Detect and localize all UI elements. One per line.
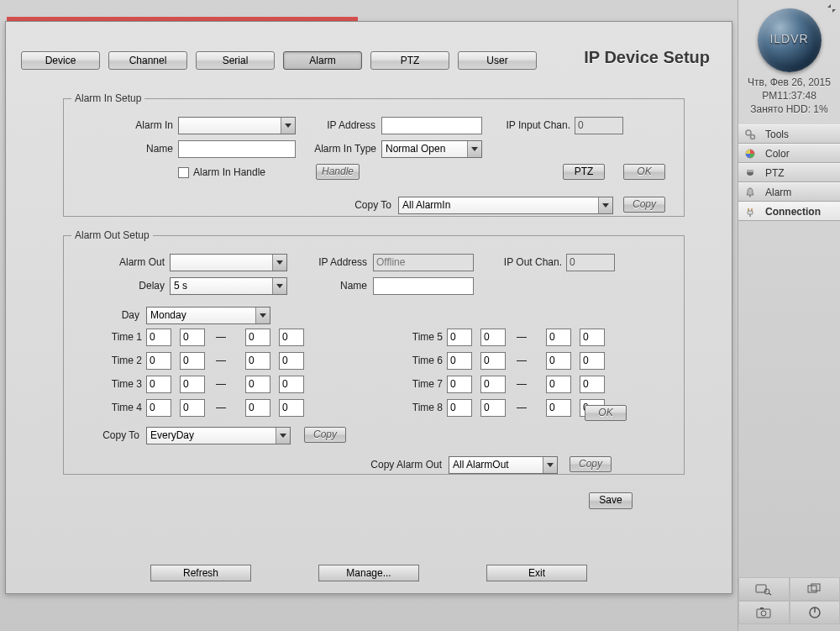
alarm-out-legend: Alarm Out Setup (71, 229, 153, 241)
alarm-in-legend: Alarm In Setup (71, 92, 144, 104)
btn-handle[interactable]: Handle (316, 164, 360, 180)
sidetab-connection[interactable]: Connection (738, 202, 840, 221)
sidetab-label: Alarm (765, 187, 791, 198)
inp-name-in[interactable] (178, 140, 296, 158)
btn-snapshot[interactable] (738, 601, 790, 624)
sel-alarm-in[interactable] (178, 117, 296, 134)
power-icon (808, 606, 822, 619)
lbl-ip-address-out: IP Address (304, 256, 367, 268)
chevron-down-icon (467, 141, 481, 157)
tab-alarm[interactable]: Alarm (283, 51, 362, 70)
chevron-down-icon (255, 308, 270, 323)
sel-alarm-in-type[interactable]: Normal Open (381, 140, 482, 158)
btn-search[interactable] (738, 577, 790, 601)
dash-icon: — (516, 355, 528, 366)
inp-time-1-3[interactable]: 0 (245, 329, 270, 346)
chevron-down-icon (272, 278, 286, 294)
lbl-name-in: Name (97, 143, 173, 155)
inp-time-2-1[interactable]: 0 (146, 352, 171, 370)
inp-time-5-1[interactable]: 0 (447, 329, 472, 346)
inp-time-6-3[interactable]: 0 (546, 352, 571, 370)
inp-time-1-2[interactable]: 0 (180, 329, 205, 346)
inp-time-7-1[interactable]: 0 (447, 376, 472, 393)
search-icon (755, 582, 772, 596)
inp-time-1-4[interactable]: 0 (279, 329, 304, 346)
tab-ptz[interactable]: PTZ (370, 51, 449, 70)
lbl-copy-to-in: Copy To (341, 199, 391, 211)
inp-ip-address-in[interactable] (381, 117, 482, 134)
inp-time-3-4[interactable]: 0 (279, 376, 304, 393)
inp-time-6-1[interactable]: 0 (447, 352, 472, 370)
btn-refresh[interactable]: Refresh (150, 565, 251, 581)
inp-time-6-2[interactable]: 0 (480, 352, 506, 370)
gears-icon (743, 128, 757, 141)
inp-name-out[interactable] (373, 277, 474, 295)
btn-exit[interactable]: Exit (486, 565, 587, 581)
btn-ptz-in[interactable]: PTZ (563, 164, 605, 180)
btn-copy-in[interactable]: Copy (623, 197, 665, 213)
inp-time-4-4[interactable]: 0 (279, 399, 304, 417)
expand-icon[interactable] (827, 3, 837, 13)
chk-alarm-in-handle[interactable] (178, 167, 189, 178)
inp-time-3-1[interactable]: 0 (146, 376, 171, 393)
btn-copy-day[interactable]: Copy (304, 427, 346, 443)
inp-time-5-4[interactable]: 0 (580, 329, 605, 346)
chevron-down-icon (272, 255, 286, 271)
inp-time-3-3[interactable]: 0 (245, 376, 270, 393)
btn-save[interactable]: Save (589, 492, 633, 509)
sel-alarm-out[interactable] (170, 254, 287, 271)
plug-icon (743, 205, 757, 218)
lbl-time-1: Time 1 (96, 331, 142, 343)
lbl-time-2: Time 2 (96, 355, 142, 366)
inp-time-2-2[interactable]: 0 (180, 352, 205, 370)
inp-time-4-3[interactable]: 0 (245, 399, 270, 417)
sel-copy-alarm-out[interactable]: All AlarmOut (449, 456, 558, 474)
dash-icon: — (516, 402, 528, 413)
btn-ok-out[interactable]: OK (585, 405, 627, 421)
inp-time-8-3[interactable]: 0 (546, 399, 571, 417)
dash-icon: — (215, 355, 227, 366)
lbl-time-5: Time 5 (396, 331, 443, 343)
inp-time-5-3[interactable]: 0 (546, 329, 571, 346)
inp-time-7-3[interactable]: 0 (546, 376, 571, 393)
sel-copy-to-in[interactable]: All AlarmIn (398, 197, 613, 214)
alarm-out-group: Alarm Out Setup Alarm Out IP Address Off… (63, 229, 685, 475)
inp-time-2-3[interactable]: 0 (245, 352, 270, 370)
chevron-down-icon (598, 197, 612, 213)
btn-copy-out[interactable]: Copy (570, 456, 612, 472)
sidetab-color[interactable]: Color (738, 144, 840, 163)
btn-power[interactable] (790, 601, 841, 624)
btn-manage[interactable]: Manage... (318, 565, 419, 581)
btn-multiview[interactable] (790, 577, 841, 601)
inp-time-4-2[interactable]: 0 (180, 399, 205, 417)
inp-time-2-4[interactable]: 0 (279, 352, 304, 370)
tab-device[interactable]: Device (21, 51, 100, 70)
inp-time-5-2[interactable]: 0 (480, 329, 506, 346)
inp-time-8-2[interactable]: 0 (480, 399, 506, 417)
sel-day[interactable]: Monday (146, 307, 270, 324)
inp-time-8-1[interactable]: 0 (447, 399, 472, 417)
svg-point-4 (749, 195, 751, 197)
sidetab-tools[interactable]: Tools (738, 124, 840, 144)
tab-user[interactable]: User (458, 51, 537, 70)
side-time: PM11:37:48 (738, 89, 840, 103)
sel-delay[interactable]: 5 s (170, 277, 287, 295)
lbl-time-8: Time 8 (396, 402, 443, 413)
sidetab-ptz[interactable]: PTZ (738, 163, 840, 182)
inp-time-1-1[interactable]: 0 (146, 329, 171, 346)
svg-rect-10 (811, 584, 820, 591)
inp-time-3-2[interactable]: 0 (180, 376, 205, 393)
inp-time-4-1[interactable]: 0 (146, 399, 171, 417)
btn-ok-in[interactable]: OK (623, 164, 665, 180)
sel-copy-to-day[interactable]: EveryDay (146, 427, 291, 444)
tab-serial[interactable]: Serial (196, 51, 275, 70)
tab-channel[interactable]: Channel (108, 51, 187, 70)
side-date: Чтв, Фев 26, 2015 (738, 76, 840, 89)
sidetab-alarm[interactable]: Alarm (738, 182, 840, 202)
lbl-alarm-in-handle: Alarm In Handle (193, 166, 294, 178)
inp-time-6-4[interactable]: 0 (580, 352, 605, 370)
chevron-down-icon (281, 118, 295, 134)
inp-time-7-2[interactable]: 0 (480, 376, 506, 393)
inp-time-7-4[interactable]: 0 (580, 376, 605, 393)
svg-line-8 (769, 593, 771, 595)
